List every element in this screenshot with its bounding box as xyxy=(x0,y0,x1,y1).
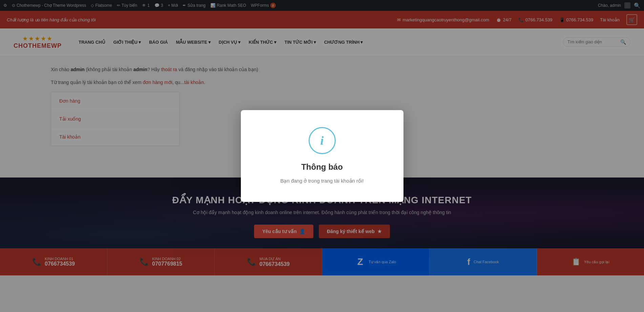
modal-box: i Thông báo Bạn đang ở trong trang tài k… xyxy=(241,110,403,202)
modal-icon-circle: i xyxy=(309,127,336,154)
modal-overlay[interactable]: i Thông báo Bạn đang ở trong trang tài k… xyxy=(0,0,644,275)
modal-message: Bạn đang ở trong trang tài khoản rồi! xyxy=(261,177,383,185)
modal-title: Thông báo xyxy=(261,162,383,172)
info-icon: i xyxy=(320,134,324,147)
